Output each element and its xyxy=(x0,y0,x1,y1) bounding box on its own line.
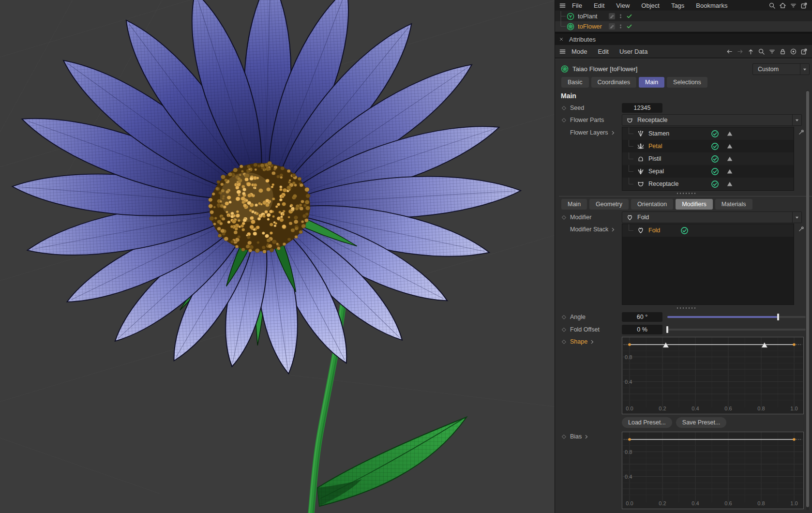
save-preset-button[interactable]: Save Preset... xyxy=(676,417,727,428)
enabled-check-icon[interactable] xyxy=(626,13,632,19)
search-icon[interactable] xyxy=(758,48,765,55)
chevron-right-icon[interactable] xyxy=(589,339,595,345)
chevron-right-icon[interactable] xyxy=(584,434,589,439)
record-icon[interactable] xyxy=(790,48,797,55)
chevron-right-icon[interactable] xyxy=(610,130,616,136)
angle-label: Angle xyxy=(570,314,622,320)
flower-render xyxy=(0,0,555,513)
menu-item-view[interactable]: View xyxy=(610,2,635,9)
caret-down-icon[interactable] xyxy=(792,212,801,223)
menu-item-file[interactable]: File xyxy=(566,2,588,9)
panel-scrollbar[interactable] xyxy=(806,90,809,510)
bias-label: Bias xyxy=(570,433,589,440)
toolbar-menu-mode[interactable]: Mode xyxy=(566,48,593,55)
triangle-up-icon[interactable] xyxy=(726,130,733,137)
eyedropper-icon[interactable] xyxy=(798,128,805,136)
edit-toggle[interactable] xyxy=(609,23,615,30)
object-row-toplant[interactable]: toPlant xyxy=(555,11,812,21)
toolbar-menu-edit[interactable]: Edit xyxy=(593,48,614,55)
tab-orientation[interactable]: Orientation xyxy=(631,199,673,210)
tree-line xyxy=(622,152,637,165)
fold-offset-slider[interactable] xyxy=(667,326,806,333)
enabled-check-circle-icon[interactable] xyxy=(711,155,719,163)
list-item-receptacle[interactable]: Receptacle xyxy=(622,178,794,190)
enabled-check-circle-icon[interactable] xyxy=(711,130,719,138)
object-toggles xyxy=(609,13,632,19)
tab-materials[interactable]: Materials xyxy=(715,199,752,210)
svg-text:0.8: 0.8 xyxy=(757,500,765,506)
menu-item-edit[interactable]: Edit xyxy=(588,2,610,9)
sub-tabs: MainGeometryOrientationModifiersMaterial… xyxy=(561,199,812,210)
object-title: Taiao Flower [toFlower] xyxy=(572,65,637,73)
seed-input[interactable]: 12345 xyxy=(622,103,662,113)
filter-icon[interactable] xyxy=(768,48,776,55)
tree-line xyxy=(622,127,637,140)
preset-dropdown-value: Custom xyxy=(758,66,800,73)
open-window-icon[interactable] xyxy=(800,2,808,9)
angle-input[interactable]: 60 ° xyxy=(622,312,662,322)
preset-dropdown[interactable]: Custom xyxy=(752,63,810,75)
list-item-fold[interactable]: Fold xyxy=(622,224,794,237)
angle-row: Angle 60 ° xyxy=(559,311,812,323)
eyedropper-icon[interactable] xyxy=(798,225,805,232)
resize-handle[interactable] xyxy=(559,306,812,310)
attributes-content: Taiao Flower [toFlower] Custom BasicCoor… xyxy=(555,59,812,513)
flower-object-icon xyxy=(567,23,574,30)
lock-icon[interactable] xyxy=(779,48,786,55)
visibility-dots-icon[interactable] xyxy=(617,13,624,19)
caret-down-icon[interactable] xyxy=(800,64,809,75)
object-row-toflower[interactable]: toFlower xyxy=(555,21,812,31)
shape-curve-editor[interactable]: 0.80.40.00.20.40.60.81.0 xyxy=(622,337,804,414)
caret-down-icon[interactable] xyxy=(792,115,801,125)
home-icon[interactable] xyxy=(779,2,786,9)
tab-basic[interactable]: Basic xyxy=(561,77,589,88)
enabled-check-circle-icon[interactable] xyxy=(711,142,719,151)
triangle-up-icon[interactable] xyxy=(726,181,733,187)
menu-item-tags[interactable]: Tags xyxy=(665,2,690,9)
menu-item-bookmarks[interactable]: Bookmarks xyxy=(690,2,733,9)
angle-slider[interactable] xyxy=(667,314,806,320)
list-item-sepal[interactable]: Sepal xyxy=(622,165,794,178)
list-item-pistil[interactable]: Pistil xyxy=(622,152,794,165)
tab-modifiers[interactable]: Modifiers xyxy=(676,199,713,210)
list-item-stamen[interactable]: Stamen xyxy=(622,127,794,140)
layer-name: Receptacle xyxy=(648,181,679,187)
enabled-check-circle-icon[interactable] xyxy=(711,167,719,176)
list-item-petal[interactable]: Petal xyxy=(622,140,794,152)
bias-curve-editor[interactable]: 0.80.40.00.20.40.60.81.0 xyxy=(622,432,804,509)
tab-main[interactable]: Main xyxy=(639,77,664,88)
arrow-right-icon[interactable] xyxy=(737,48,744,55)
flower-parts-dropdown[interactable]: Receptacle xyxy=(622,114,802,126)
close-icon[interactable] xyxy=(559,37,564,42)
enabled-check-icon[interactable] xyxy=(626,23,632,30)
modifier-dropdown[interactable]: Fold xyxy=(622,211,802,223)
flower-layers-list: StamenPetalPistilSepalReceptacle xyxy=(622,127,794,191)
search-icon[interactable] xyxy=(768,2,776,9)
open-window-icon[interactable] xyxy=(800,48,808,55)
triangle-up-icon[interactable] xyxy=(726,155,733,162)
toolbar-menu-user-data[interactable]: User Data xyxy=(614,48,653,55)
arrow-left-icon[interactable] xyxy=(726,48,733,55)
tab-geometry[interactable]: Geometry xyxy=(589,199,629,210)
tab-main[interactable]: Main xyxy=(561,199,587,210)
load-preset-button[interactable]: Load Preset... xyxy=(622,417,672,428)
triangle-up-icon[interactable] xyxy=(726,168,733,175)
menu-item-object[interactable]: Object xyxy=(635,2,665,9)
enabled-check-circle-icon[interactable] xyxy=(711,180,719,188)
tab-selections[interactable]: Selections xyxy=(667,77,707,88)
arrow-up-icon[interactable] xyxy=(747,48,754,55)
edit-toggle[interactable] xyxy=(609,13,615,19)
viewport-3d[interactable] xyxy=(0,0,555,513)
visibility-dots-icon[interactable] xyxy=(617,23,624,30)
filter-icon[interactable] xyxy=(790,2,797,9)
tab-coordinates[interactable]: Coordinates xyxy=(591,77,636,88)
chevron-right-icon[interactable] xyxy=(610,227,616,232)
fold-offset-input[interactable]: 0 % xyxy=(622,325,662,334)
enabled-check-circle-icon[interactable] xyxy=(680,226,689,235)
resize-handle[interactable] xyxy=(559,191,812,195)
hamburger-icon[interactable] xyxy=(559,48,566,55)
triangle-up-icon[interactable] xyxy=(726,143,733,150)
tree-line xyxy=(555,21,567,31)
flower-object-icon xyxy=(561,65,569,73)
hamburger-icon[interactable] xyxy=(559,2,566,9)
